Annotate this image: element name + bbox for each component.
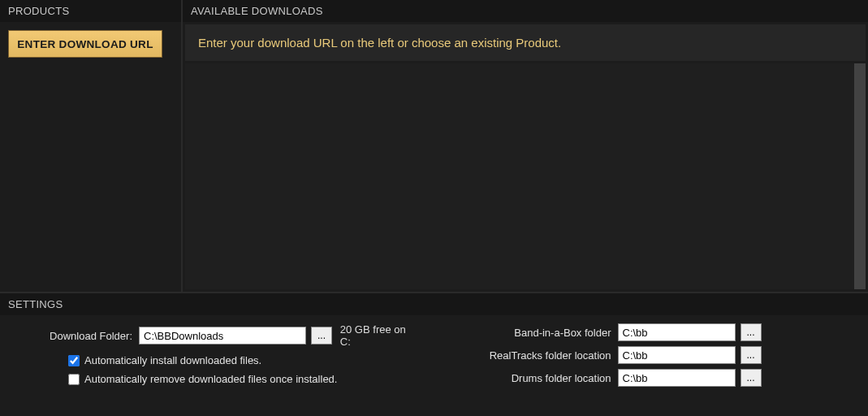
settings-header: SETTINGS: [0, 293, 868, 315]
download-folder-browse-button[interactable]: ...: [311, 327, 332, 344]
auto-remove-checkbox[interactable]: [68, 374, 80, 385]
download-folder-label: Download Folder:: [16, 330, 134, 342]
products-body: ENTER DOWNLOAD URL: [0, 22, 181, 292]
free-space-label: 20 GB free on C:: [340, 323, 418, 348]
enter-download-url-button[interactable]: ENTER DOWNLOAD URL: [8, 30, 162, 58]
downloads-banner: Enter your download URL on the left or c…: [185, 24, 866, 61]
drums-folder-input[interactable]: [618, 369, 736, 387]
downloads-list: [185, 63, 866, 289]
auto-install-label: Automatically install downloaded files.: [84, 354, 261, 366]
bib-folder-input[interactable]: [618, 323, 736, 341]
auto-remove-label: Automatically remove downloaded files on…: [84, 373, 337, 385]
drums-folder-label: Drums folder location: [451, 372, 613, 384]
downloads-header: AVAILABLE DOWNLOADS: [183, 0, 868, 22]
products-header: PRODUCTS: [0, 0, 181, 22]
downloads-panel: AVAILABLE DOWNLOADS Enter your download …: [183, 0, 868, 292]
rt-folder-browse-button[interactable]: ...: [741, 346, 762, 364]
products-panel: PRODUCTS ENTER DOWNLOAD URL: [0, 0, 183, 292]
download-folder-input[interactable]: [139, 327, 306, 344]
rt-folder-input[interactable]: [618, 346, 736, 364]
rt-folder-label: RealTracks folder location: [451, 349, 613, 362]
drums-folder-browse-button[interactable]: ...: [741, 369, 762, 387]
settings-panel: SETTINGS Download Folder: ... 20 GB free…: [0, 292, 868, 416]
bib-folder-label: Band-in-a-Box folder: [451, 327, 613, 339]
auto-install-checkbox[interactable]: [68, 355, 80, 366]
bib-folder-browse-button[interactable]: ...: [741, 323, 762, 341]
